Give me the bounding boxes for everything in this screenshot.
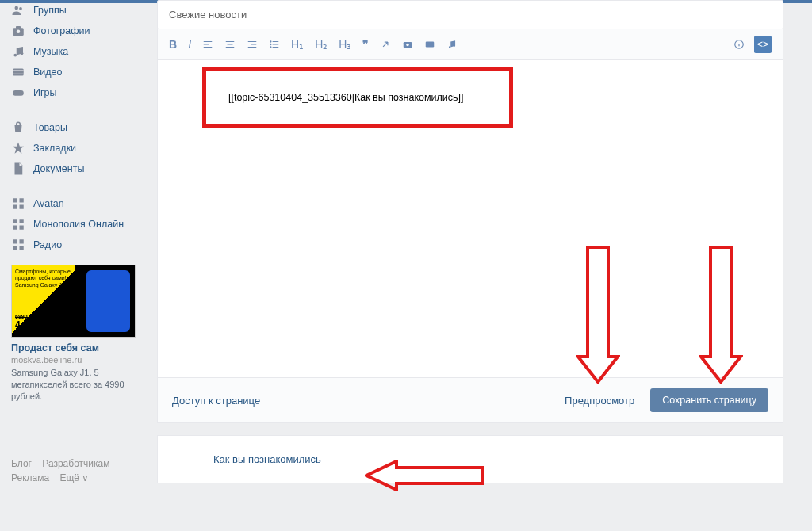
list-button[interactable] (269, 39, 280, 50)
music-icon (11, 44, 25, 59)
sidebar-item-radio[interactable]: Радио (11, 235, 158, 255)
ad-block[interactable]: Смартфоны, которые продают себя сами! Sa… (11, 265, 134, 403)
svg-rect-17 (13, 239, 17, 243)
svg-rect-14 (20, 219, 24, 223)
h1-button[interactable]: H₁ (291, 38, 304, 51)
sidebar-item-label: Фотографии (33, 25, 90, 36)
italic-button[interactable]: I (188, 38, 191, 51)
align-right-button[interactable] (247, 39, 258, 50)
svg-rect-12 (20, 205, 24, 209)
sidebar-item-label: Документы (33, 163, 84, 174)
video-button[interactable] (424, 39, 435, 50)
star-icon (11, 141, 25, 155)
bold-button[interactable]: B (169, 38, 177, 51)
result-block: Как вы познакомились (157, 435, 783, 483)
app-icon (11, 197, 25, 211)
svg-rect-20 (20, 246, 24, 250)
groups-icon (11, 3, 25, 17)
preview-button[interactable]: Предпросмотр (565, 395, 634, 407)
sidebar-item-label: Закладки (33, 143, 76, 154)
svg-rect-19 (13, 246, 17, 250)
svg-point-0 (15, 6, 19, 10)
sidebar: Группы Фотографии Музыка Видео Игры Това… (0, 0, 158, 403)
sidebar-item-video[interactable]: Видео (11, 62, 158, 82)
sidebar-item-photos[interactable]: Фотографии (11, 21, 158, 41)
ad-price: 6990 руб.4 990 руб. (15, 314, 61, 330)
ad-small-text: Смартфоны, которые продают себя сами! Sa… (15, 269, 77, 288)
svg-point-25 (407, 44, 410, 47)
svg-rect-16 (20, 226, 24, 230)
chevron-down-icon: ∨ (82, 472, 89, 483)
svg-rect-18 (20, 239, 24, 243)
sidebar-item-label: Радио (33, 239, 62, 250)
page-title-input[interactable]: Свежие новости (157, 0, 783, 29)
action-bar: Доступ к странице Предпросмотр Сохранить… (157, 378, 783, 423)
save-button[interactable]: Сохранить страницу (650, 388, 768, 412)
info-icon[interactable] (733, 39, 745, 50)
svg-rect-10 (20, 198, 24, 202)
sidebar-item-avatan[interactable]: Avatan (11, 193, 158, 214)
sidebar-item-label: Avatan (33, 198, 64, 209)
sidebar-item-bookmarks[interactable]: Закладки (11, 138, 158, 159)
sidebar-item-games[interactable]: Игры (11, 82, 158, 103)
svg-point-3 (17, 30, 21, 34)
svg-rect-15 (13, 226, 17, 230)
ad-description: Samsung Galaxy J1. 5 мегапикселей всего … (11, 367, 134, 403)
main-content: Свежие новости B I H₁ H₂ H₃ ❞ (157, 0, 783, 483)
svg-point-1 (19, 7, 22, 10)
app-icon (11, 217, 25, 231)
document-icon (11, 162, 25, 176)
audio-button[interactable] (446, 39, 458, 50)
svg-point-28 (454, 45, 455, 47)
sidebar-item-label: Музыка (33, 46, 68, 57)
photo-button[interactable] (402, 39, 413, 50)
footer-more[interactable]: Ещё ∨ (59, 472, 89, 483)
footer-blog[interactable]: Блог (11, 458, 32, 469)
svg-rect-8 (13, 90, 24, 96)
sidebar-item-label: Товары (33, 122, 67, 133)
quote-button[interactable]: ❞ (362, 38, 369, 51)
app-icon (11, 238, 25, 252)
gamepad-icon (11, 86, 25, 100)
h2-button[interactable]: H₂ (315, 38, 327, 51)
sidebar-item-label: Видео (33, 67, 63, 78)
svg-point-22 (270, 44, 271, 44)
code-view-button[interactable]: <> (754, 36, 772, 53)
align-center-button[interactable] (224, 39, 236, 50)
footer-ads[interactable]: Реклама (11, 472, 49, 483)
svg-rect-4 (16, 26, 21, 29)
bag-icon (11, 120, 25, 135)
sidebar-item-label: Монополия Онлайн (33, 219, 124, 230)
editor-toolbar: B I H₁ H₂ H₃ ❞ (157, 29, 783, 60)
footer-devs[interactable]: Разработчикам (42, 458, 109, 469)
svg-rect-26 (426, 42, 435, 48)
svg-rect-9 (13, 198, 17, 202)
align-left-button[interactable] (202, 39, 213, 50)
sidebar-item-docs[interactable]: Документы (11, 159, 158, 179)
svg-point-6 (21, 52, 24, 55)
ad-domain: moskva.beeline.ru (11, 355, 134, 365)
sidebar-item-market[interactable]: Товары (11, 117, 158, 138)
sidebar-item-groups[interactable]: Группы (11, 0, 158, 21)
svg-point-21 (270, 41, 271, 42)
h3-button[interactable]: H₃ (339, 38, 351, 51)
camera-icon (11, 24, 25, 38)
svg-point-27 (449, 46, 450, 48)
sidebar-item-music[interactable]: Музыка (11, 41, 158, 62)
svg-rect-13 (13, 219, 17, 223)
access-link[interactable]: Доступ к странице (172, 395, 260, 407)
sidebar-item-label: Игры (33, 87, 56, 98)
link-button[interactable] (380, 39, 391, 50)
video-icon (11, 65, 25, 79)
editor-body[interactable]: [[topic-65310404_35513360|Как вы познако… (157, 60, 783, 378)
svg-point-23 (270, 47, 271, 48)
ad-image: Смартфоны, которые продают себя сами! Sa… (11, 265, 136, 338)
highlight-annotation: [[topic-65310404_35513360|Как вы познако… (202, 67, 513, 128)
sidebar-item-monopoly[interactable]: Монополия Онлайн (11, 214, 158, 235)
editor-code-text: [[topic-65310404_35513360|Как вы познако… (228, 92, 464, 103)
result-link[interactable]: Как вы познакомились (213, 453, 321, 465)
ad-title: Продаст себя сам (11, 342, 134, 353)
svg-rect-11 (13, 205, 17, 209)
sidebar-item-label: Группы (33, 5, 67, 16)
footer-links: Блог Разработчикам Реклама Ещё ∨ (11, 458, 117, 483)
